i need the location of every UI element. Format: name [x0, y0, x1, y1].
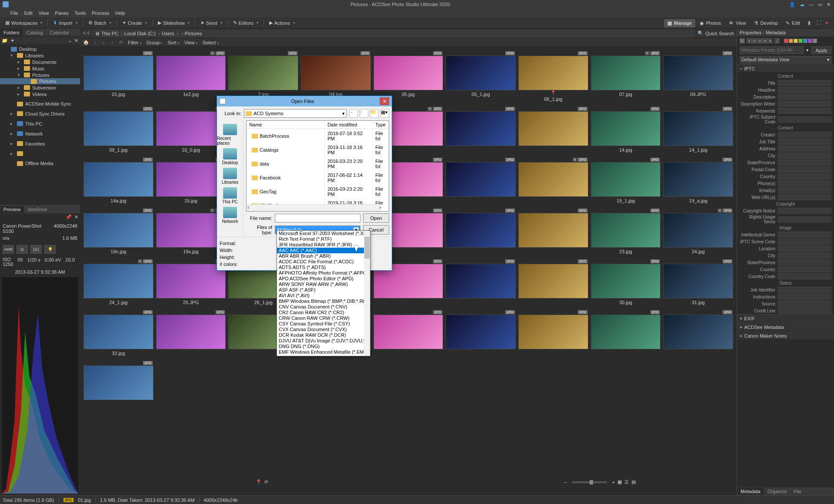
- thumbnail[interactable]: JPG23.jpg: [591, 208, 661, 254]
- fwd-icon[interactable]: ›: [100, 39, 107, 46]
- color-label[interactable]: [784, 39, 788, 43]
- meta-field[interactable]: Description Writer: [737, 100, 834, 107]
- breadcrumb-segment[interactable]: Local Disk (C:): [124, 31, 160, 36]
- file-type-option[interactable]: AFPHOTO Affinity Photo Format (*.AFPHOTO…: [277, 270, 370, 276]
- tree-item[interactable]: ▸Music: [0, 65, 80, 72]
- tab-photos[interactable]: ◉Photos: [696, 19, 724, 27]
- meta-field[interactable]: Intellectual Genre: [737, 231, 834, 238]
- meta-field[interactable]: Address: [737, 145, 834, 152]
- dlg-back-button[interactable]: ←: [349, 109, 358, 118]
- meta-field[interactable]: State/Province: [737, 259, 834, 266]
- file-type-option[interactable]: DCR Kodak RAW DCR (*.DCR): [277, 332, 370, 338]
- color-label[interactable]: [808, 39, 812, 43]
- filter-view[interactable]: View: [183, 40, 199, 45]
- meta-field[interactable]: Credit Line: [737, 307, 834, 314]
- fullscreen-icon[interactable]: ⛶: [817, 20, 823, 26]
- meta-field[interactable]: Keywords: [737, 107, 834, 114]
- tree-item[interactable]: ▸Videos: [0, 91, 80, 97]
- rating-1[interactable]: 1: [747, 38, 752, 43]
- tree-item[interactable]: ▸Subversion: [0, 84, 80, 91]
- home-icon[interactable]: 🏠: [83, 39, 90, 46]
- panel-tab-calendar[interactable]: Calendar: [47, 29, 73, 36]
- meta-field[interactable]: State/Province: [737, 159, 834, 166]
- menu-panes[interactable]: Panes: [55, 10, 68, 16]
- properties-tab-metadata[interactable]: Metadata: [737, 488, 764, 495]
- menu-process[interactable]: Process: [92, 10, 109, 16]
- meta-field[interactable]: Country: [737, 173, 834, 180]
- file-row[interactable]: data2016-03-23 2:20 PMFile fol: [247, 157, 389, 171]
- thumbnail[interactable]: JPG2.jpg: [228, 50, 298, 102]
- geo-pin-icon[interactable]: 📍: [256, 479, 262, 485]
- file-row[interactable]: Facebook2017-06-02 1:14 PMFile fol: [247, 171, 389, 185]
- thumb-size-slider[interactable]: [572, 481, 607, 483]
- thumbnail[interactable]: 5JPG24_1.jpg: [83, 259, 153, 305]
- thumbnail[interactable]: JPG: [446, 106, 516, 153]
- thumb-size-plus[interactable]: +: [612, 480, 615, 485]
- meta-field[interactable]: IPTC Subject Code: [737, 114, 834, 125]
- tree-item[interactable]: ▾Pictures: [0, 72, 80, 78]
- editors-button[interactable]: ✎Editors: [231, 19, 260, 27]
- thumbnail[interactable]: 4JPG24.jpg: [663, 208, 733, 254]
- workspaces-button[interactable]: ▦Workspaces: [3, 19, 44, 27]
- file-type-option[interactable]: Rich Text Format (*.RTF): [277, 236, 370, 242]
- preview-tab-seedrive[interactable]: SeeDrive: [24, 206, 50, 213]
- properties-tab-file[interactable]: File: [791, 488, 805, 495]
- thumbnail[interactable]: JPG05.jpg: [374, 50, 444, 102]
- file-row[interactable]: GeoTag2016-03-23 2:20 PMFile fol: [247, 185, 389, 199]
- thumbnail[interactable]: JPG09.JPG: [663, 50, 733, 102]
- meta-field[interactable]: City: [737, 152, 834, 159]
- dropdown-scrollbar[interactable]: [364, 231, 370, 356]
- place-desktop[interactable]: Desktop: [222, 148, 238, 165]
- thumbnail[interactable]: JPG05_1.jpg: [446, 50, 516, 102]
- thumbnail[interactable]: 5JPG19x.jpg: [156, 208, 226, 254]
- preview-tab-preview[interactable]: Preview: [0, 206, 24, 213]
- file-type-option[interactable]: ABR ABR Brush (*.ABR): [277, 253, 370, 259]
- meta-section[interactable]: +EXIF: [737, 314, 834, 323]
- thumbnail[interactable]: JPG09_1.jpg: [83, 106, 153, 153]
- place-recent-places[interactable]: Recent places: [217, 124, 243, 146]
- preset-dropdown-icon[interactable]: ▾: [805, 46, 810, 54]
- thumbnail[interactable]: JPG: [518, 259, 588, 305]
- filter-sort[interactable]: Sort: [166, 40, 181, 45]
- thumbnail[interactable]: JPG19n.jpg: [83, 208, 153, 254]
- meta-field[interactable]: Title: [737, 80, 834, 86]
- menu-file[interactable]: File: [10, 10, 18, 16]
- file-name-input[interactable]: [275, 214, 360, 222]
- metadata-view-select[interactable]: Default Metadata View▾: [740, 56, 831, 63]
- filter-select[interactable]: Select: [201, 40, 220, 45]
- thumbnail[interactable]: JPG14.jpg: [591, 106, 661, 153]
- thumbnail[interactable]: JPG: [663, 309, 733, 356]
- thumbnail[interactable]: JPG: [156, 309, 226, 356]
- rating-5[interactable]: 5: [767, 38, 773, 43]
- file-type-option[interactable]: AVI AVI (*.AVI): [277, 293, 370, 298]
- menu-edit[interactable]: Edit: [24, 10, 33, 16]
- tree-item[interactable]: ▸Documents: [0, 59, 80, 65]
- breadcrumb-segment[interactable]: Users: [162, 31, 178, 36]
- tab-edit[interactable]: ✎Edit: [782, 19, 804, 27]
- thumbnail[interactable]: JPG: [518, 309, 588, 356]
- file-type-option[interactable]: ASF ASF (*.ASF): [277, 287, 370, 293]
- red-dot-icon[interactable]: ●: [825, 20, 831, 26]
- tree-item[interactable]: ▸Favorites: [0, 140, 80, 147]
- grid-view-icon[interactable]: ▦: [617, 479, 622, 485]
- color-label[interactable]: [794, 39, 798, 43]
- tree-item[interactable]: ▸This PC: [0, 120, 80, 127]
- camera-info-button[interactable]: 💡: [44, 245, 56, 254]
- file-type-option[interactable]: CRW Canon RAW CRW (*.CRW): [277, 315, 370, 321]
- menu-help[interactable]: Help: [115, 10, 125, 16]
- preview-close-icon[interactable]: ✕: [74, 214, 78, 220]
- slideshow-button[interactable]: ▶Slideshow: [156, 19, 191, 27]
- properties-tab-organize[interactable]: Organize: [764, 488, 791, 495]
- send-button[interactable]: ➤Send: [199, 19, 224, 27]
- thumbnail[interactable]: JPG15.jpg: [156, 157, 226, 203]
- meta-field[interactable]: Country: [737, 266, 834, 273]
- menu-tools[interactable]: Tools: [75, 10, 86, 16]
- file-list[interactable]: Name Date modified Type BatchProcess2018…: [246, 120, 389, 212]
- cloud-icon[interactable]: ☁: [800, 2, 804, 7]
- pin-icon[interactable]: 📌: [66, 214, 72, 220]
- meta-field[interactable]: Headline: [737, 86, 834, 93]
- rating-2[interactable]: 2: [752, 38, 757, 43]
- meta-field[interactable]: Description: [737, 93, 834, 100]
- tree-item[interactable]: ▾Libraries: [0, 52, 80, 59]
- horizontal-scrollbar[interactable]: [247, 204, 382, 211]
